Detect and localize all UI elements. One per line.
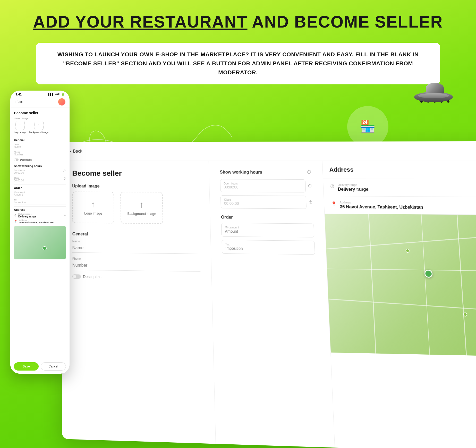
phone-tax-label: Tax xyxy=(14,199,66,201)
phone-background-upload[interactable]: ↑ Background image xyxy=(29,121,48,134)
phone-upload-icon-bg: ↑ xyxy=(34,121,44,130)
phone-phone-input[interactable]: Number xyxy=(14,153,66,157)
desktop-phone-group: Phone xyxy=(72,257,200,271)
phone-close-val[interactable]: 00:00:00 xyxy=(14,179,61,183)
phone-page-title: Become seller xyxy=(14,111,66,115)
phone-delivery-icon: ⏱ xyxy=(14,214,17,217)
desktop-name-group: Name xyxy=(72,240,200,254)
phone-back-arrow: ‹ xyxy=(14,100,15,104)
map-road-3 xyxy=(329,298,476,311)
phone-desc-label: Description xyxy=(20,159,32,161)
desktop-delivery-icon: ⏱ xyxy=(330,183,335,189)
phone-delivery-range: ⏱ Delivery range Delivery range ✏ xyxy=(14,213,66,218)
desktop-back-arrow: ‹ xyxy=(70,149,71,154)
phone-order-label: Order xyxy=(14,186,66,189)
desktop-open-val[interactable]: 00:00:00 xyxy=(224,185,302,189)
map-road-2 xyxy=(327,268,476,271)
desktop-close-label: Close xyxy=(224,198,303,201)
phone-address-label: Address xyxy=(14,208,66,211)
desktop-bg-label: Background image xyxy=(127,212,156,216)
desktop-left-column: Become seller Upload image ↑ Logo image … xyxy=(62,161,216,447)
phone-open-time-row: Open hours 00:00:00 ⏱ xyxy=(14,169,66,175)
desktop-back-label: Back xyxy=(73,149,82,153)
desktop-map xyxy=(325,214,476,356)
map-road-4 xyxy=(368,214,376,354)
desktop-upload-logo-icon: ↑ xyxy=(91,199,95,209)
phone-name-input[interactable]: Name xyxy=(14,145,66,149)
desktop-bg-upload[interactable]: ↑ Background image xyxy=(120,192,163,224)
signal-icon: ▌▌▌ xyxy=(48,93,54,96)
desktop-toggle[interactable] xyxy=(72,274,81,279)
map-road-6 xyxy=(457,215,467,355)
desktop-open-time-group: Open hours 00:00:00 ⏱ xyxy=(220,179,312,192)
phone-logo-label: Logo image xyxy=(14,131,26,134)
phone-address-pin-icon: 📍 xyxy=(14,220,18,223)
phone-save-button[interactable]: Save xyxy=(14,362,39,371)
desktop-back-button[interactable]: ‹ Back xyxy=(70,149,82,153)
desktop-tax-input[interactable] xyxy=(225,246,311,251)
desktop-address-label: Address xyxy=(339,200,423,204)
phone-toggle[interactable] xyxy=(14,159,19,161)
phone-divider-4 xyxy=(14,206,66,207)
desktop-map-marker-sm-1 xyxy=(463,312,468,317)
desktop-name-input[interactable] xyxy=(72,243,200,254)
desktop-address-header: Address ✏ xyxy=(322,161,476,179)
ufo-decoration xyxy=(414,83,455,114)
desktop-wh-icon: ⏱ xyxy=(307,169,312,175)
phone-close-time: Close 00:00:00 xyxy=(14,177,61,183)
phone-minamount-input[interactable]: Amount xyxy=(14,193,66,197)
desktop-page-title: Become seller xyxy=(72,169,198,178)
desktop-address-item: 📍 Address 36 Navoi Avenue, Tashkent, Uzb… xyxy=(324,196,476,215)
phone-general-label: General xyxy=(14,138,66,142)
phone-phone-label: Phone xyxy=(14,151,66,153)
ufo-disk xyxy=(414,92,453,102)
phone-upload-row: ↑ Logo image ↑ Background image xyxy=(14,121,66,134)
desktop-navbar: ‹ Back xyxy=(62,141,476,161)
phone-close-time-row: Close 00:00:00 ⏱ xyxy=(14,177,66,183)
desktop-working-hours-header: Show working hours ⏱ xyxy=(220,169,312,175)
phone-open-val[interactable]: 00:00:00 xyxy=(14,171,61,175)
page-title: ADD YOUR RESTAURANT AND BECOME SELLER xyxy=(26,12,450,31)
phone-back-button[interactable]: ‹ Back xyxy=(14,100,23,104)
desktop-close-clock-icon: ⏱ xyxy=(308,200,313,205)
phone-statusbar: 9:41 ▌▌▌ WiFi 🔋 xyxy=(10,91,70,97)
phone-desc-toggle: Description xyxy=(14,159,66,161)
map-road-5 xyxy=(421,214,430,355)
desktop-desc-label: Description xyxy=(83,274,101,279)
desktop-close-time-box: Close 00:00:00 xyxy=(220,195,307,209)
phone-cancel-button[interactable]: Cancel xyxy=(41,362,66,371)
phone-close-label: Close xyxy=(14,177,61,179)
desktop-delivery-val: Delivery range xyxy=(338,187,368,192)
desktop-minamount-input[interactable] xyxy=(225,229,311,234)
phone-working-hours-label: Show working hours xyxy=(14,164,66,168)
desktop-phone-input[interactable] xyxy=(72,260,200,271)
phone-minamount-label: Min.amount xyxy=(14,191,66,193)
phone-tax-input[interactable]: Imposition xyxy=(14,201,66,205)
phone-navbar: ‹ Back xyxy=(10,97,70,108)
desktop-name-label: Name xyxy=(72,240,200,244)
phone-divider-2 xyxy=(14,163,66,163)
phone-mockup: 9:41 ▌▌▌ WiFi 🔋 ‹ Back Become seller Upl… xyxy=(10,91,70,374)
desktop-right-column: Address ✏ ⏱ Delivery range Delivery rang… xyxy=(322,161,476,448)
phone-time: 9:41 xyxy=(15,93,22,96)
desktop-close-val[interactable]: 00:00:00 xyxy=(224,201,303,206)
desktop-body: Become seller Upload image ↑ Logo image … xyxy=(62,161,476,448)
title-underline: ADD YOUR RESTAURANT xyxy=(33,13,247,31)
phone-map xyxy=(14,226,66,259)
description-text: WISHING TO LAUNCH YOUR OWN E-SHOP IN THE… xyxy=(57,50,419,77)
desktop-address-title: Address xyxy=(329,166,354,173)
content-area: 🏪 🛍️ 9:41 ▌▌▌ WiFi 🔋 ‹ Back xyxy=(0,91,476,425)
phone-open-label: Open hours xyxy=(14,169,61,171)
phone-name-group: Name Name xyxy=(14,143,66,149)
phone-tax-group: Tax Imposition xyxy=(14,199,66,205)
desktop-minamount-label: Min.amount xyxy=(225,226,311,229)
description-box: WISHING TO LAUNCH YOUR OWN E-SHOP IN THE… xyxy=(36,43,440,84)
phone-logo-upload[interactable]: ↑ Logo image xyxy=(14,121,26,134)
desktop-upload-bg-icon: ↑ xyxy=(139,200,144,209)
desktop-order-label: Order xyxy=(221,215,314,220)
desktop-logo-upload[interactable]: ↑ Logo image xyxy=(72,191,114,223)
phone-address-item-label: Address xyxy=(19,219,56,221)
desktop-general-label: General xyxy=(72,232,200,238)
phone-delivery-edit[interactable]: ✏ xyxy=(64,214,66,217)
map-road-1 xyxy=(327,235,476,249)
